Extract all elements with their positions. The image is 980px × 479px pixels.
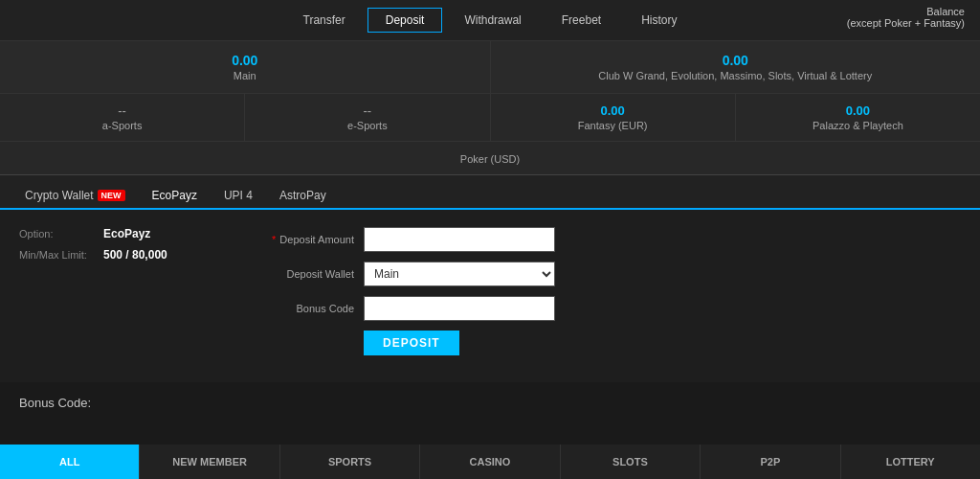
bottom-tab-casino[interactable]: CASINO [420,445,560,479]
option-label: Option: [19,228,96,240]
option-value: EcoPayz [103,227,150,240]
bonus-code-input[interactable] [364,296,555,321]
balance-fantasy-cell: 0.00 Fantasy (EUR) [491,94,736,141]
balance-info: Balance (except Poker + Fantasy) [847,6,965,29]
deposit-right-form: *Deposit Amount Deposit Wallet Main Poke… [249,227,961,365]
deposit-amount-label: *Deposit Amount [249,234,354,245]
bottom-tab-lottery[interactable]: LOTTERY [841,445,980,479]
tab-transfer[interactable]: Transfer [285,8,364,33]
minmax-value: 500 / 80,000 [103,248,167,262]
balance-esports-dash: -- [260,103,474,118]
deposit-wallet-label: Deposit Wallet [249,268,354,280]
upi4-label: UPI 4 [224,189,253,202]
balance-esports-label: e-Sports [260,120,474,131]
balance-fantasy-label: Fantasy (EUR) [506,120,720,131]
deposit-button-row: DEPOSIT [249,331,961,355]
balance-fantasy-amount: 0.00 [506,103,720,118]
bottom-tab-new-member[interactable]: NEW MEMBER [140,445,279,479]
balance-palazzo-cell: 0.00 Palazzo & Playtech [736,94,980,141]
bottom-tab-sports-label: SPORTS [328,456,371,468]
bonus-section: Bonus Code: [0,386,980,420]
balance-main-amount: 0.00 [15,53,475,68]
balance-main-cell: 0.00 Main [0,41,491,93]
minmax-row: Min/Max Limit: 500 / 80,000 [19,248,211,262]
crypto-wallet-label: Crypto Wallet [25,189,94,202]
balance-poker-cell: Poker (USD) [0,142,980,174]
bonus-code-section-label: Bonus Code: [19,396,91,410]
balance-sub: (except Poker + Fantasy) [847,17,965,29]
balance-row-2: -- a-Sports -- e-Sports 0.00 Fantasy (EU… [0,94,980,142]
balance-casino-label: Club W Grand, Evolution, Massimo, Slots,… [506,70,966,81]
balance-row-1: 0.00 Main 0.00 Club W Grand, Evolution, … [0,41,980,94]
new-badge: NEW [98,190,125,201]
deposit-amount-input[interactable] [364,227,555,252]
bottom-tab-new-member-label: NEW MEMBER [172,456,247,468]
balance-poker-label: Poker (USD) [15,153,965,165]
balance-row-3: Poker (USD) [0,142,980,175]
deposit-button[interactable]: DEPOSIT [364,331,459,355]
tab-crypto-wallet[interactable]: Crypto Wallet NEW [11,183,139,208]
balance-esports-cell: -- e-Sports [245,94,490,141]
payment-tabs: Crypto Wallet NEW EcoPayz UPI 4 AstroPay [0,175,980,210]
balance-asports-dash: -- [15,103,229,118]
bottom-tab-lottery-label: LOTTERY [886,456,935,468]
nav-tabs: Transfer Deposit Withdrawal Freebet Hist… [285,8,696,33]
deposit-wallet-select[interactable]: Main Poker Casino [364,262,555,286]
deposit-area: Option: EcoPayz Min/Max Limit: 500 / 80,… [0,210,980,382]
tab-upi4[interactable]: UPI 4 [211,183,266,208]
tab-history[interactable]: History [623,8,695,33]
bottom-tab-all[interactable]: ALL [0,445,140,479]
bottom-nav: ALL NEW MEMBER SPORTS CASINO SLOTS P2P L… [0,445,980,479]
top-nav: Balance (except Poker + Fantasy) Transfe… [0,0,980,41]
tab-withdrawal[interactable]: Withdrawal [446,8,539,33]
deposit-amount-row: *Deposit Amount [249,227,961,252]
tab-astropay[interactable]: AstroPay [266,183,340,208]
balance-asports-label: a-Sports [15,120,229,131]
option-row: Option: EcoPayz [19,227,211,240]
bottom-tab-casino-label: CASINO [470,456,511,468]
bottom-tab-p2p-label: P2P [760,456,780,468]
bottom-tab-all-label: ALL [59,456,79,468]
bottom-tab-slots[interactable]: SLOTS [561,445,701,479]
tab-ecopayz[interactable]: EcoPayz [139,183,211,210]
bonus-code-row: Bonus Code [249,296,961,321]
balance-palazzo-amount: 0.00 [751,103,965,118]
deposit-wallet-row: Deposit Wallet Main Poker Casino [249,262,961,286]
ecopayz-label: EcoPayz [152,189,197,202]
bottom-tab-p2p[interactable]: P2P [701,445,840,479]
astropay-label: AstroPay [279,189,326,202]
tab-freebet[interactable]: Freebet [544,8,619,33]
bottom-tab-slots-label: SLOTS [612,456,648,468]
bonus-code-label: Bonus Code [249,303,354,314]
required-star: * [272,234,276,245]
balance-asports-cell: -- a-Sports [0,94,245,141]
balance-palazzo-label: Palazzo & Playtech [751,120,965,131]
balance-main-label: Main [15,70,475,81]
balance-label: Balance [926,6,965,17]
deposit-left-info: Option: EcoPayz Min/Max Limit: 500 / 80,… [19,227,211,365]
balance-casino-cell: 0.00 Club W Grand, Evolution, Massimo, S… [491,41,981,93]
minmax-label: Min/Max Limit: [19,249,96,261]
balance-casino-amount: 0.00 [506,53,966,68]
bottom-tab-sports[interactable]: SPORTS [280,445,420,479]
tab-deposit[interactable]: Deposit [368,8,443,33]
